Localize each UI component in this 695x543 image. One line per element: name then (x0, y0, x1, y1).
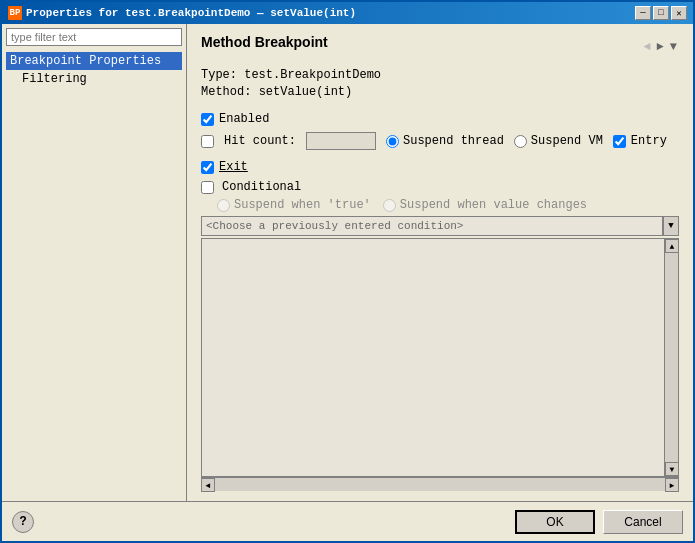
type-label: Type: (201, 68, 237, 82)
suspend-when-changes-radio (383, 199, 396, 212)
conditional-row: Conditional (201, 180, 679, 194)
suspend-options: Suspend when 'true' Suspend when value c… (201, 198, 679, 212)
sidebar: Breakpoint Properties Filtering (2, 24, 187, 501)
text-area-container: ▲ ▼ (201, 238, 679, 477)
method-row: Method: setValue(int) (201, 85, 679, 99)
sidebar-item-breakpoint-properties[interactable]: Breakpoint Properties (6, 52, 182, 70)
suspend-when-changes-label: Suspend when value changes (400, 198, 587, 212)
ok-button[interactable]: OK (515, 510, 595, 534)
hit-count-input[interactable] (306, 132, 376, 150)
type-row: Type: test.BreakpointDemo (201, 68, 679, 82)
cancel-button[interactable]: Cancel (603, 510, 683, 534)
main-window: BP Properties for test.BreakpointDemo — … (0, 0, 695, 543)
enabled-label: Enabled (219, 112, 269, 126)
scroll-right-button[interactable]: ► (665, 478, 679, 492)
title-bar-left: BP Properties for test.BreakpointDemo — … (8, 6, 356, 20)
condition-dropdown[interactable]: <Choose a previously entered condition> (201, 216, 663, 236)
right-panel: Method Breakpoint ◄ ► ▼ Type: test.Break… (187, 24, 693, 501)
scroll-left-button[interactable]: ◄ (201, 478, 215, 492)
sidebar-item-filtering[interactable]: Filtering (6, 70, 182, 88)
type-value: test.BreakpointDemo (244, 68, 381, 82)
suspend-when-true-radio (217, 199, 230, 212)
options-row: Hit count: Suspend thread Suspend VM Ent… (201, 132, 679, 174)
panel-header: Method Breakpoint ◄ ► ▼ (201, 34, 679, 60)
scroll-down-button[interactable]: ▼ (665, 462, 679, 476)
exit-label: Exit (219, 160, 248, 174)
window-title: Properties for test.BreakpointDemo — set… (26, 7, 356, 19)
hit-count-label: Hit count: (224, 134, 296, 148)
enabled-row: Enabled (201, 112, 679, 126)
nav-controls: ◄ ► ▼ (641, 40, 679, 54)
entry-checkbox[interactable] (613, 135, 626, 148)
conditional-label: Conditional (222, 180, 301, 194)
nav-back-button[interactable]: ◄ (641, 40, 652, 54)
scroll-track-h[interactable] (215, 478, 665, 491)
text-area[interactable] (202, 239, 664, 476)
suspend-when-true-group: Suspend when 'true' (217, 198, 371, 212)
suspend-when-true-label: Suspend when 'true' (234, 198, 371, 212)
condition-placeholder: <Choose a previously entered condition> (206, 220, 463, 232)
close-button[interactable]: ✕ (671, 6, 687, 20)
exit-checkbox[interactable] (201, 161, 214, 174)
hit-count-checkbox[interactable] (201, 135, 214, 148)
bottom-bar: ? OK Cancel (2, 501, 693, 541)
method-value: setValue(int) (259, 85, 353, 99)
exit-option: Exit (201, 160, 248, 174)
title-bar: BP Properties for test.BreakpointDemo — … (2, 2, 693, 24)
filter-input[interactable] (6, 28, 182, 46)
horizontal-scrollbar[interactable]: ◄ ► (201, 477, 679, 491)
condition-dropdown-row: <Choose a previously entered condition> … (201, 216, 679, 236)
maximize-button[interactable]: □ (653, 6, 669, 20)
suspend-vm-label: Suspend VM (531, 134, 603, 148)
suspend-thread-label: Suspend thread (403, 134, 504, 148)
scroll-up-button[interactable]: ▲ (665, 239, 679, 253)
window-icon: BP (8, 6, 22, 20)
nav-forward-button[interactable]: ► (655, 40, 666, 54)
help-button[interactable]: ? (12, 511, 34, 533)
condition-dropdown-button[interactable]: ▼ (663, 216, 679, 236)
suspend-when-changes-group: Suspend when value changes (383, 198, 587, 212)
window-body: Breakpoint Properties Filtering Method B… (2, 24, 693, 541)
conditional-checkbox[interactable] (201, 181, 214, 194)
suspend-thread-radio-group: Suspend thread (386, 134, 504, 148)
entry-option: Entry (613, 134, 667, 148)
minimize-button[interactable]: — (635, 6, 651, 20)
suspend-vm-radio[interactable] (514, 135, 527, 148)
vertical-scrollbar[interactable]: ▲ ▼ (664, 239, 678, 476)
scroll-track-v[interactable] (665, 253, 678, 462)
enabled-checkbox[interactable] (201, 113, 214, 126)
entry-label: Entry (631, 134, 667, 148)
title-buttons: — □ ✕ (635, 6, 687, 20)
bottom-buttons: OK Cancel (515, 510, 683, 534)
suspend-thread-radio[interactable] (386, 135, 399, 148)
main-content: Breakpoint Properties Filtering Method B… (2, 24, 693, 501)
method-label: Method: (201, 85, 251, 99)
suspend-vm-radio-group: Suspend VM (514, 134, 603, 148)
nav-menu-button[interactable]: ▼ (668, 40, 679, 54)
panel-title: Method Breakpoint (201, 34, 328, 50)
